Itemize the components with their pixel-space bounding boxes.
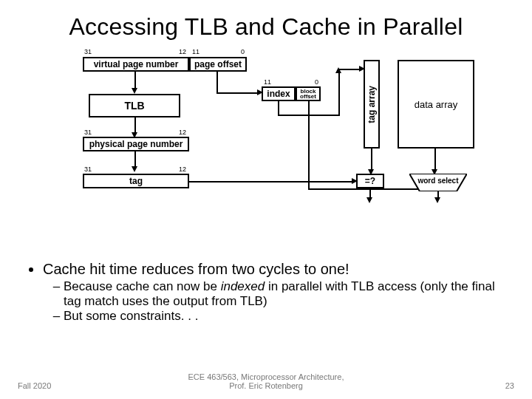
comparator-box: =? <box>356 174 384 188</box>
tag-array-box: tag array <box>364 60 380 149</box>
ppn-box: physical page number <box>83 137 189 151</box>
footer-left: Fall 2020 <box>18 381 92 390</box>
footer: Fall 2020 ECE 463/563, Microprocessor Ar… <box>0 372 532 390</box>
vpn-box: virtual page number <box>83 57 189 72</box>
bit-31-b: 31 <box>84 129 92 136</box>
footer-right: 23 <box>440 381 514 390</box>
block-offset-bot: offset <box>300 94 316 99</box>
bit-12-c: 12 <box>179 166 186 173</box>
block-offset-box: block offset <box>296 86 321 101</box>
bit-0-b: 0 <box>315 78 318 86</box>
bullet-sub-2: But some constraints. . . <box>64 309 508 324</box>
tag-array-label: tag array <box>366 86 377 123</box>
diagram-container: 31 12 11 0 virtual page number page offs… <box>44 50 488 256</box>
bullet-sub-1a: Because cache can now be <box>64 279 221 293</box>
bullet-section: Cache hit time reduces from two cycles t… <box>18 256 514 324</box>
tlb-box: TLB <box>89 94 180 117</box>
word-select-label: word select <box>414 177 463 185</box>
index-box: index <box>262 86 296 101</box>
footer-center-2: Prof. Eric Rotenberg <box>229 381 303 390</box>
page-offset-box: page offset <box>189 57 247 72</box>
bit-31-c: 31 <box>84 166 92 173</box>
data-array-box: data array <box>398 60 474 149</box>
bit-12-a: 12 <box>179 48 186 55</box>
bit-11-a: 11 <box>192 48 200 55</box>
bit-11-b: 11 <box>264 78 271 86</box>
footer-center-1: ECE 463/563, Microprocessor Architecture… <box>188 372 344 381</box>
footer-center: ECE 463/563, Microprocessor Architecture… <box>92 372 440 390</box>
tag-box: tag <box>83 174 189 188</box>
bullet-sub-1: Because cache can now be indexed in para… <box>64 279 508 308</box>
bit-0-a: 0 <box>241 48 245 55</box>
bit-12-b: 12 <box>179 129 186 136</box>
bullet-main: Cache hit time reduces from two cycles t… <box>43 261 508 278</box>
bullet-sub-1b: indexed <box>221 279 265 293</box>
bit-31-a: 31 <box>84 48 92 55</box>
slide-title: Accessing TLB and Cache in Parallel <box>18 13 514 41</box>
